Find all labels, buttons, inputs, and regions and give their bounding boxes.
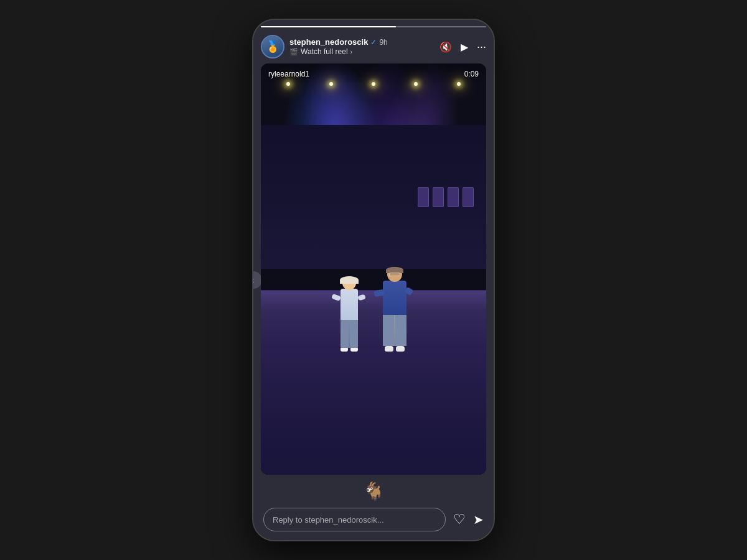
stage-scene (261, 63, 486, 475)
reply-row: Reply to stephen_nedoroscik... ♡ ➤ (263, 508, 484, 531)
left-arrow-icon: ‹ (252, 275, 254, 285)
phone-container: ‹ 🏅 stephen_nedoroscik ✓ 9h 🎬 Watch full… (252, 19, 495, 541)
dancer-right-leg1 (383, 315, 394, 346)
dancer-left-leg1 (341, 320, 349, 348)
story-header: 🏅 stephen_nedoroscik ✓ 9h 🎬 Watch full r… (253, 31, 494, 63)
avatar-image: 🏅 (262, 36, 283, 57)
verified-badge-icon: ✓ (370, 38, 377, 47)
dancer-right-shoe2 (396, 346, 405, 352)
banner (418, 187, 429, 207)
progress-bar-container (253, 20, 494, 31)
dancer-left-arm1 (331, 294, 341, 301)
play-icon[interactable]: ▶ (461, 41, 468, 53)
mute-icon[interactable]: 🔇 (439, 41, 452, 53)
avatar: 🏅 (261, 35, 284, 58)
dancer-right (383, 267, 406, 352)
video-duration: 0:09 (464, 70, 479, 78)
dancer-left-arm2 (357, 294, 366, 301)
bottom-area: 🐐 Reply to stephen_nedoroscik... ♡ ➤ (253, 475, 494, 540)
dancer-left-shoes (341, 348, 358, 352)
username-text: stephen_nedoroscik (289, 37, 368, 47)
progress-bar (261, 26, 486, 27)
dancer-right-shoes (385, 346, 405, 352)
dancer-right-leg2 (395, 315, 406, 346)
video-card-header: ryleearnold1 0:09 (261, 63, 486, 85)
watch-reel-label: Watch full reel (301, 47, 348, 56)
dancer-left-head (342, 276, 356, 290)
dancer-right-pants (383, 315, 406, 346)
header-info: stephen_nedoroscik ✓ 9h 🎬 Watch full ree… (289, 37, 439, 56)
dancer-left-body (341, 289, 358, 320)
video-username: ryleearnold1 (268, 70, 309, 78)
username-row: stephen_nedoroscik ✓ 9h (289, 37, 439, 47)
reaction-row: 🐐 (263, 481, 484, 502)
banner (463, 187, 474, 207)
watch-reel-row[interactable]: 🎬 Watch full reel › (289, 47, 439, 56)
reply-input[interactable]: Reply to stephen_nedoroscik... (263, 508, 446, 531)
more-options-icon[interactable]: ··· (477, 40, 486, 54)
header-controls: 🔇 ▶ ··· (439, 40, 486, 54)
dancer-right-body (383, 281, 406, 315)
heart-icon[interactable]: ♡ (453, 511, 466, 528)
dancer-right-head (387, 267, 402, 282)
glasses-icon (389, 273, 400, 276)
dancer-left (341, 276, 358, 352)
dancers (261, 267, 486, 352)
action-icons: ♡ ➤ (453, 511, 484, 528)
time-ago-text: 9h (379, 38, 387, 47)
banner (448, 187, 459, 207)
back-wall (261, 125, 486, 269)
glasses-frame (389, 273, 400, 276)
chevron-icon: › (350, 48, 353, 55)
progress-bar-fill (261, 26, 396, 27)
dancer-left-leg2 (350, 320, 358, 348)
send-icon[interactable]: ➤ (473, 512, 484, 527)
reply-placeholder-text: Reply to stephen_nedoroscik... (273, 515, 384, 525)
dancer-left-hair (340, 276, 359, 284)
banner (433, 187, 444, 207)
dancer-right-arm2 (404, 286, 413, 296)
dancer-right-shoe1 (385, 346, 393, 352)
reel-icon: 🎬 (289, 48, 298, 56)
goat-emoji: 🐐 (363, 481, 385, 502)
video-card[interactable]: ryleearnold1 0:09 (261, 63, 486, 475)
dancer-left-pants (341, 320, 358, 348)
dancer-right-arm1 (374, 289, 384, 297)
